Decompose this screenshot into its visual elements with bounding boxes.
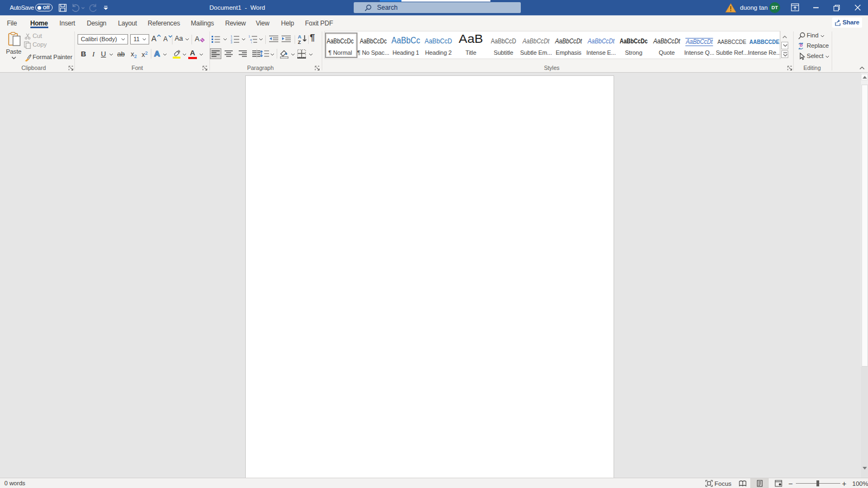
svg-text:i: i — [251, 41, 252, 43]
svg-text:Z: Z — [298, 40, 301, 44]
svg-text:3: 3 — [231, 41, 232, 43]
svg-text:A: A — [298, 34, 302, 40]
